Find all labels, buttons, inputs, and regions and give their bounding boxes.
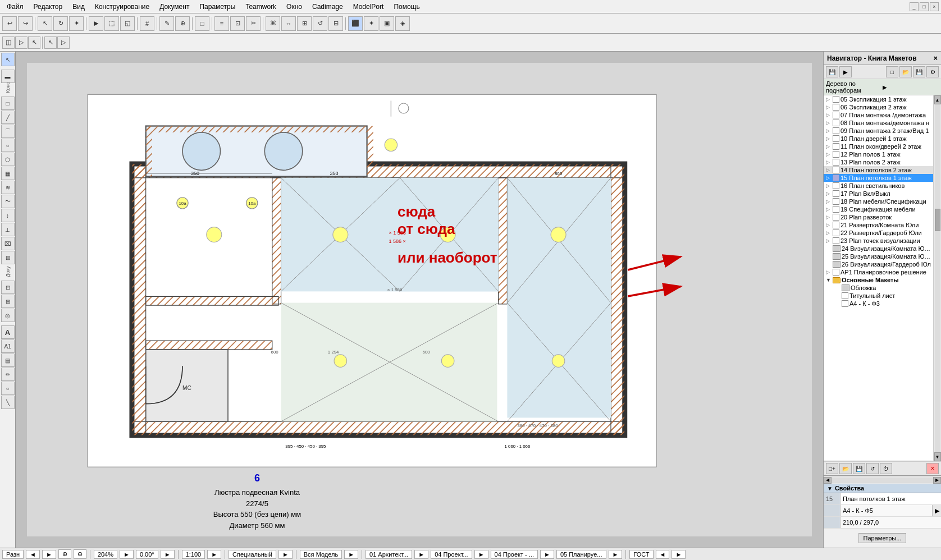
panel-tb-next[interactable]: ▶ bbox=[839, 66, 852, 77]
minimize-button[interactable]: _ bbox=[910, 2, 919, 11]
lt-section[interactable]: ⊡ bbox=[1, 281, 15, 294]
sb-prev[interactable]: ◄ bbox=[26, 550, 40, 559]
tb2-btn5[interactable]: ▷ bbox=[57, 36, 70, 49]
tree-item-26[interactable]: 26 Визуализация/Гардероб Юл bbox=[824, 260, 933, 268]
tree-item-12[interactable]: ▷ 12 Plan полов 1 этаж bbox=[824, 150, 933, 158]
tree-item-24[interactable]: 24 Визуализация/Комната Юли bbox=[824, 245, 933, 253]
lt-arc[interactable]: ⌒ bbox=[1, 125, 15, 138]
paintbucket-tool[interactable]: ◈ bbox=[395, 16, 410, 31]
tb2-btn2[interactable]: ▷ bbox=[15, 36, 28, 49]
redo-button[interactable]: ↪ bbox=[18, 16, 33, 31]
tree-item-08[interactable]: ▷ 08 План монтажа/демонтажа н bbox=[824, 119, 933, 127]
tree-item-13[interactable]: ▷ 13 Plan полов 2 этаж bbox=[824, 158, 933, 166]
eyedrop-tool[interactable]: ✦ bbox=[364, 16, 378, 31]
menu-document[interactable]: Документ bbox=[155, 2, 194, 12]
tree-item-21[interactable]: ▷ 21 Развертки/Комната Юли bbox=[824, 221, 933, 229]
navigator-tree[interactable]: ▷ 05 Экспликация 1 этаж ▷ 06 Экспликация… bbox=[824, 95, 933, 461]
lt-level[interactable]: ⊥ bbox=[1, 223, 15, 236]
filter-arrow[interactable]: ▶ bbox=[883, 84, 939, 90]
lt-poly[interactable]: ⬡ bbox=[1, 153, 15, 166]
menu-help[interactable]: Помощь bbox=[389, 2, 424, 12]
snap-tool[interactable]: ⊕ bbox=[175, 16, 190, 31]
trim-tool[interactable]: ✂ bbox=[246, 16, 261, 31]
tree-item-title-page[interactable]: Титульный лист bbox=[824, 292, 933, 300]
undo-button[interactable]: ↩ bbox=[2, 16, 17, 31]
align-tool[interactable]: ≡ bbox=[214, 16, 229, 31]
panel-tb-save[interactable]: 💾 bbox=[826, 66, 838, 77]
tree-folder-main[interactable]: ▼ Основные Макеты bbox=[824, 276, 933, 284]
tree-item-18[interactable]: ▷ 18 Plan мебели/Спецификаци bbox=[824, 198, 933, 205]
menu-editor[interactable]: Редактор bbox=[29, 2, 67, 12]
canvas-area[interactable]: 350 350 × 1 586 1 586 × bbox=[16, 52, 823, 548]
menu-teamwork[interactable]: Teamwork bbox=[241, 2, 281, 12]
tb-open-sheet[interactable]: 📂 bbox=[839, 463, 852, 474]
menu-modelport[interactable]: ModelPort bbox=[349, 2, 389, 12]
tree-item-22[interactable]: ▷ 22 Развертки/Гардероб Юли bbox=[824, 229, 933, 237]
grid-tool[interactable]: # bbox=[140, 16, 154, 31]
sb-scale[interactable]: 1:100 bbox=[182, 550, 205, 559]
lt-wall[interactable]: ▬ bbox=[1, 70, 15, 83]
tree-item-07[interactable]: ▷ 07 План монтажа /демонтажа bbox=[824, 111, 933, 119]
sb-gost-next[interactable]: ► bbox=[672, 550, 686, 559]
menu-construct[interactable]: Конструирование bbox=[90, 2, 154, 12]
sb-razn[interactable]: Разн bbox=[2, 550, 24, 559]
lt-dim[interactable]: ↕ bbox=[1, 209, 15, 222]
panel-filter[interactable]: Дерево по поднаборам ▶ bbox=[824, 79, 941, 95]
sb-special-arrow[interactable]: ► bbox=[278, 550, 293, 559]
lt-hatch[interactable]: ▦ bbox=[1, 167, 15, 180]
marquee-tool[interactable]: ⬚ bbox=[104, 16, 119, 31]
tree-item-14[interactable]: ▷ 14 План потолков 2 этаж bbox=[824, 166, 933, 174]
lt-fill[interactable]: ▤ bbox=[1, 354, 15, 367]
tree-item-05[interactable]: ▷ 05 Экспликация 1 этаж bbox=[824, 95, 933, 103]
hscroll-left[interactable]: ◀ bbox=[824, 477, 832, 484]
lt-select[interactable]: ↖ bbox=[1, 53, 15, 66]
tb-save-sheet[interactable]: 💾 bbox=[853, 463, 865, 474]
connect-tool[interactable]: ⌘ bbox=[266, 16, 280, 31]
close-button[interactable]: × bbox=[930, 2, 939, 11]
lt-circle[interactable]: ○ bbox=[1, 139, 15, 152]
lt-circ2[interactable]: ○ bbox=[1, 382, 15, 395]
tree-item-ar1[interactable]: ▷ АР1 Планировочное решение bbox=[824, 268, 933, 276]
tb-new-sheet[interactable]: □+ bbox=[826, 463, 838, 474]
tree-hscrollbar[interactable]: ◀ ▶ bbox=[824, 476, 941, 484]
panel-close-icon[interactable]: × bbox=[933, 54, 938, 62]
rotate2-tool[interactable]: ↺ bbox=[313, 16, 327, 31]
pencil-tool[interactable]: ✎ bbox=[159, 16, 174, 31]
tree-item-20[interactable]: ▷ 20 Plan разверток bbox=[824, 213, 933, 221]
menu-cadimage[interactable]: Cadimage bbox=[308, 2, 348, 12]
maximize-button[interactable]: □ bbox=[920, 2, 929, 11]
lasso-tool[interactable]: ◱ bbox=[120, 16, 135, 31]
tree-item-19[interactable]: ▷ 19 Спецификация мебели bbox=[824, 205, 933, 213]
params-button[interactable]: Параметры... bbox=[858, 533, 907, 543]
tree-item-cover[interactable]: Обложка bbox=[824, 284, 933, 292]
tb-clock[interactable]: ⏱ bbox=[880, 463, 892, 474]
lt-rect[interactable]: □ bbox=[1, 97, 15, 110]
lt-text2[interactable]: ≋ bbox=[1, 181, 15, 194]
lt-camera[interactable]: ◎ bbox=[1, 309, 15, 322]
lt-detail[interactable]: ⊞ bbox=[1, 251, 15, 264]
menu-view[interactable]: Вид bbox=[68, 2, 89, 12]
sb-proj2-arrow[interactable]: ► bbox=[540, 550, 554, 559]
tree-item-06[interactable]: ▷ 06 Экспликация 2 этаж bbox=[824, 103, 933, 111]
menu-params[interactable]: Параметры bbox=[195, 2, 240, 12]
sb-next[interactable]: ► bbox=[42, 550, 56, 559]
sb-scale-arrow[interactable]: ► bbox=[207, 550, 221, 559]
sb-zoom-arrow[interactable]: ► bbox=[120, 550, 134, 559]
lt-spline[interactable]: 〜 bbox=[1, 195, 15, 208]
sb-zoom-out[interactable]: ⊖ bbox=[74, 549, 86, 559]
scroll-thumb[interactable] bbox=[935, 209, 940, 231]
lt-elev[interactable]: ⊞ bbox=[1, 295, 15, 308]
sb-plan-arrow[interactable]: ► bbox=[609, 550, 623, 559]
panel-tb-save2[interactable]: 💾 bbox=[913, 66, 925, 77]
sb-gost[interactable]: ГОСТ bbox=[629, 550, 653, 559]
tb-refresh[interactable]: ↺ bbox=[866, 463, 879, 474]
lt-line2[interactable]: ╲ bbox=[1, 396, 15, 409]
tb2-btn4[interactable]: ↖ bbox=[44, 36, 57, 49]
select-tool[interactable]: ↖ bbox=[38, 16, 52, 31]
sb-model-arrow[interactable]: ► bbox=[344, 550, 358, 559]
tree-item-25[interactable]: 25 Визуализация/Комната Юли bbox=[824, 253, 933, 260]
tree-scrollbar[interactable]: ▲ ▼ bbox=[933, 95, 941, 461]
measure-tool[interactable]: ⊡ bbox=[230, 16, 245, 31]
tree-item-09[interactable]: ▷ 09 План монтажа 2 этаж/Вид 1 bbox=[824, 127, 933, 135]
move-tool[interactable]: ↔ bbox=[281, 16, 296, 31]
